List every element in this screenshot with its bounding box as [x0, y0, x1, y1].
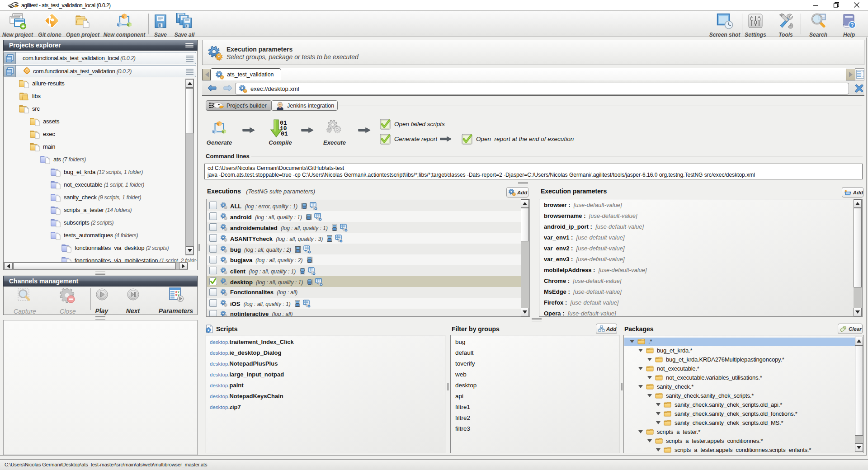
svg-text:x: x [175, 290, 177, 293]
svg-text:?: ? [850, 22, 854, 28]
svg-text:01: 01 [281, 131, 288, 137]
svg-text:v: v [178, 290, 179, 293]
svg-text:x: x [175, 293, 177, 296]
